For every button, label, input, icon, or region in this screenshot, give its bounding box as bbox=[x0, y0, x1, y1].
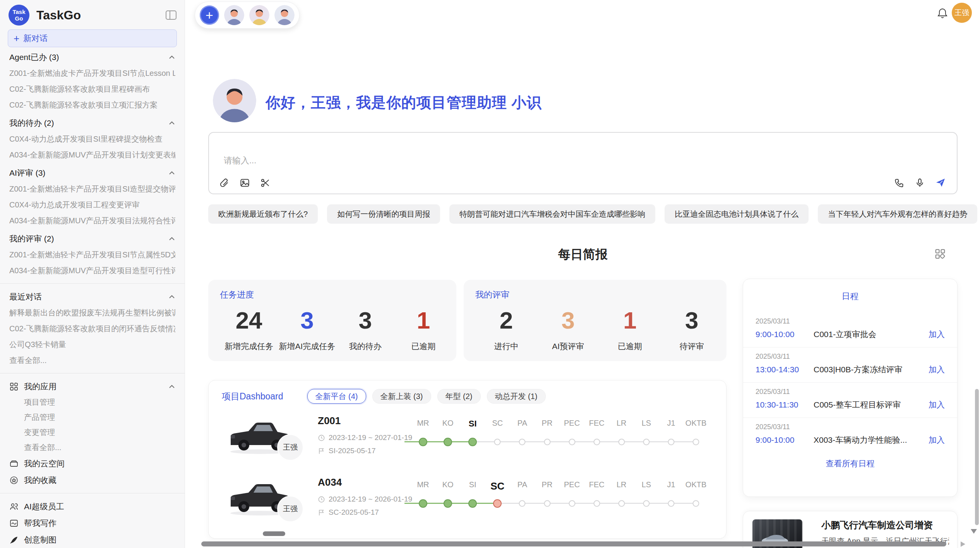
project-code: A034 bbox=[318, 476, 342, 488]
chevron-up-icon bbox=[168, 236, 175, 241]
sidebar-item-help-write[interactable]: 帮我写作 bbox=[9, 515, 175, 531]
sidebar-task-item[interactable]: C02-飞腾新能源轻客改款项目立项汇报方案 bbox=[9, 97, 175, 113]
add-agent-button[interactable]: + bbox=[200, 5, 219, 25]
app-link-product[interactable]: 产品管理 bbox=[9, 410, 175, 425]
sidebar-task-item[interactable]: Z001-全新燃油轻卡产品开发项目SI节点属性5D文件评审 bbox=[9, 247, 175, 263]
recent-chat-item[interactable]: 解释最新出台的欧盟报废车法规再生塑料比例被调至15%... bbox=[9, 305, 175, 321]
daily-briefing-title: 每日简报 bbox=[208, 246, 958, 263]
sidebar-task-item[interactable]: C0X4-动力总成开发项目SI里程碑提交物检查 bbox=[9, 131, 175, 147]
section-header-ai-review[interactable]: AI评审 (3) bbox=[9, 164, 175, 181]
tab-new-body[interactable]: 全新上装 (3) bbox=[372, 389, 431, 404]
recent-view-all[interactable]: 查看全部... bbox=[9, 353, 175, 368]
sidebar-item-ai-employee[interactable]: AI超级员工 bbox=[9, 498, 175, 515]
chevron-up-icon bbox=[168, 55, 175, 60]
milestone-dot bbox=[519, 439, 526, 445]
schedule-time: 9:00-10:00 bbox=[756, 435, 814, 445]
chat-input[interactable] bbox=[223, 155, 805, 166]
new-chat-button[interactable]: + 新对话 bbox=[8, 29, 177, 47]
timeline-segment bbox=[547, 503, 572, 504]
section-header-agent-done[interactable]: Agent已办 (3) bbox=[9, 49, 175, 65]
schedule-item[interactable]: 2025/03/11 10:30-11:30 C005-整车工程目标评审 加入 bbox=[743, 383, 957, 418]
layout-grid-icon[interactable] bbox=[934, 248, 946, 260]
stat-value: 3 bbox=[278, 308, 336, 332]
recent-chat-item[interactable]: 公司Q3轻卡销量 bbox=[9, 337, 175, 353]
milestone-timeline: MRKOSISCPAPRPECFECLRLSJ1OKTB bbox=[402, 480, 718, 519]
tab-year-model[interactable]: 年型 (2) bbox=[437, 389, 481, 404]
stat-value: 1 bbox=[394, 308, 452, 332]
project-dashboard-card: 项目Dashboard 全新平台 (4) 全新上装 (3) 年型 (2) 动总开… bbox=[208, 380, 726, 539]
app-link-project[interactable]: 项目管理 bbox=[9, 395, 175, 410]
tab-powertrain[interactable]: 动总开发 (1) bbox=[487, 389, 546, 404]
sidebar-task-item[interactable]: A034-全新新能源MUV产品开发项目法规符合性评审 bbox=[9, 213, 175, 229]
suggestion-chip[interactable]: 欧洲新规最近颁布了什么? bbox=[208, 204, 318, 224]
user-name: 王强 bbox=[954, 8, 969, 18]
join-link[interactable]: 加入 bbox=[929, 364, 945, 375]
greeting-text: 你好，王强，我是你的项目管理助理 小识 bbox=[266, 93, 542, 113]
schedule-item[interactable]: 2025/03/11 13:00-14:30 C003|H0B-方案冻结评审 加… bbox=[743, 348, 957, 383]
join-link[interactable]: 加入 bbox=[929, 399, 945, 410]
card-title: 我的评审 bbox=[475, 289, 723, 301]
notifications-bell-icon[interactable] bbox=[937, 7, 948, 19]
agent-avatar[interactable] bbox=[274, 5, 295, 25]
agent-avatar[interactable] bbox=[249, 5, 269, 25]
logo-text-bottom: Go bbox=[15, 15, 23, 22]
schedule-item[interactable]: 2025/03/11 9:00-10:00 C001-立项审批会 加入 bbox=[743, 312, 957, 348]
sidebar-task-item[interactable]: A034-全新新能源MUV产品开发项目计划变更表编写 bbox=[9, 147, 175, 163]
join-link[interactable]: 加入 bbox=[929, 329, 945, 340]
vertical-scrollbar[interactable] bbox=[975, 389, 979, 525]
schedule-date: 2025/03/11 bbox=[756, 388, 945, 396]
sidebar-collapse-icon[interactable] bbox=[165, 10, 177, 20]
project-row[interactable]: 王强 Z001 2023-12-19 ~ 2027-01-19 SI-2025-… bbox=[209, 412, 726, 473]
suggestion-chip[interactable]: 当下年轻人对汽车外观有怎样的喜好趋势 bbox=[818, 204, 977, 224]
recent-chat-item[interactable]: C02-飞腾新能源轻客改款项目的闭环通告反馈情况 bbox=[9, 321, 175, 337]
apps-grid-icon bbox=[9, 382, 19, 391]
view-all-schedule-link[interactable]: 查看所有日程 bbox=[743, 458, 957, 469]
schedule-item[interactable]: 2025/03/11 9:00-10:00 X003-车辆动力学性能验... 加… bbox=[743, 418, 957, 453]
image-icon[interactable] bbox=[240, 178, 250, 188]
stat-label: 待评审 bbox=[661, 341, 723, 352]
tab-all-new-platform[interactable]: 全新平台 (4) bbox=[307, 389, 366, 404]
suggestion-chip[interactable]: 特朗普可能对进口汽车增税会对中国车企造成哪些影响 bbox=[449, 204, 655, 224]
sidebar-item-favorites[interactable]: 我的收藏 bbox=[9, 472, 175, 488]
section-header-my-todo[interactable]: 我的待办 (2) bbox=[9, 115, 175, 131]
sidebar-task-item[interactable]: A034-全新新能源MUV产品开发项目造型可行性评审 bbox=[9, 263, 175, 279]
sidebar-item-my-apps[interactable]: 我的应用 bbox=[9, 378, 175, 395]
scissors-icon[interactable] bbox=[260, 178, 271, 188]
agent-avatar[interactable] bbox=[224, 5, 244, 25]
app-link-change[interactable]: 变更管理 bbox=[9, 425, 175, 440]
sidebar-task-item[interactable]: C02-飞腾新能源轻客改款项目里程碑画布 bbox=[9, 81, 175, 97]
milestone-dot bbox=[593, 439, 600, 445]
user-avatar[interactable]: 王强 bbox=[952, 3, 972, 23]
sidebar-task-item[interactable]: Z001-全新燃油轻卡产品开发项目SI造型提交物评审 bbox=[9, 181, 175, 197]
project-owner-badge: 王强 bbox=[277, 496, 303, 522]
project-row[interactable]: 王强 A034 2023-12-19 ~ 2026-01-19 SC-2025-… bbox=[209, 473, 726, 535]
milestone-dot bbox=[494, 439, 501, 445]
milestone-dot bbox=[519, 500, 526, 507]
horizontal-scrollbar[interactable] bbox=[201, 541, 946, 546]
section-header-my-review[interactable]: 我的评审 (2) bbox=[9, 230, 175, 247]
section-title: AI评审 (3) bbox=[9, 168, 45, 178]
sidebar-item-cloud-space[interactable]: 我的云空间 bbox=[9, 455, 175, 472]
section-header-recent[interactable]: 最近对话 bbox=[9, 288, 175, 305]
chat-input-box bbox=[208, 132, 958, 194]
milestone-dot bbox=[693, 500, 699, 507]
sidebar-item-creative-draw[interactable]: 创意制图 bbox=[9, 531, 175, 548]
suggestion-chip[interactable]: 比亚迪全固态电池计划具体说了什么 bbox=[665, 204, 809, 224]
milestone-dot bbox=[444, 438, 452, 446]
sidebar-task-item[interactable]: Z001-全新燃油皮卡产品开发项目SI节点Lesson Learn报告 bbox=[9, 65, 175, 81]
phone-icon[interactable] bbox=[894, 178, 905, 188]
join-link[interactable]: 加入 bbox=[929, 435, 945, 445]
help-write-label: 帮我写作 bbox=[24, 518, 57, 529]
scroll-down-arrow[interactable] bbox=[971, 529, 977, 534]
sidebar-task-item[interactable]: C0X4-动力总成开发项目工程变更评审 bbox=[9, 197, 175, 213]
suggestion-chip[interactable]: 如何写一份清晰的项目周报 bbox=[327, 204, 440, 224]
attachment-icon[interactable] bbox=[219, 178, 230, 188]
milestone-dot bbox=[668, 439, 675, 445]
scroll-right-arrow[interactable] bbox=[961, 541, 965, 547]
send-icon[interactable] bbox=[935, 177, 946, 188]
ai-employee-label: AI超级员工 bbox=[24, 501, 64, 512]
app-view-all[interactable]: 查看全部... bbox=[9, 440, 175, 455]
schedule-title: 日程 bbox=[743, 291, 957, 302]
mic-icon[interactable] bbox=[915, 178, 925, 188]
section-title: 我的评审 (2) bbox=[9, 233, 54, 244]
